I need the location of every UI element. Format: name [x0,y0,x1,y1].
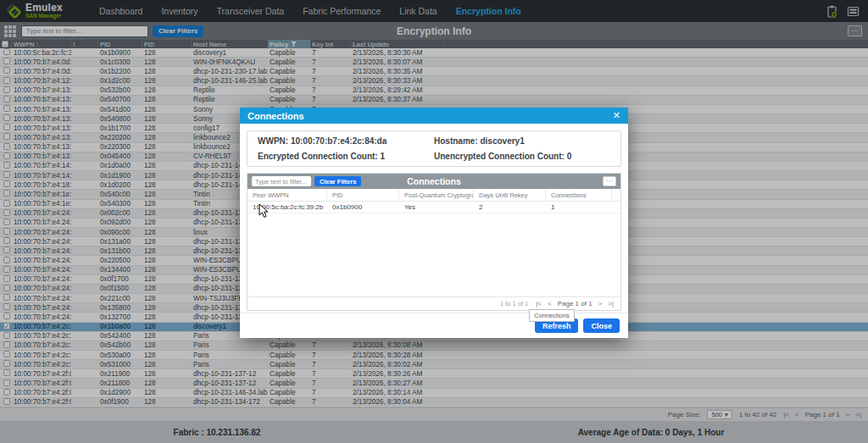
modal-filter-input[interactable]: Type text to filter... [252,176,311,186]
mouse-cursor [259,203,270,219]
connections-modal: Connections ✕ WWPN: 10:00:70:b7:e4:2c:84… [240,108,628,338]
modal-title-bar: Connections ✕ [240,108,628,124]
app-window: Emulex SAN Manager DashboardInventoryTra… [0,0,868,443]
modal-clear-filters-button[interactable]: Clear Filters [314,176,361,186]
modal-table-row[interactable]: 10:00:5c:ba:2c:fc:39:2b0x1b0900Yes21 [248,202,620,213]
modal-first-page-button[interactable]: |< [536,300,542,307]
modal-encrypted-count: Encrypted Connection Count: 1 [258,152,434,161]
modal-column-header-pid[interactable]: PID [327,189,399,202]
close-icon[interactable]: ✕ [613,110,620,121]
modal-grid-empty-area: Connections [248,213,620,296]
modal-row-range: 1 to 1 of 1 [500,300,528,307]
modal-close-button[interactable]: Close [583,318,620,333]
modal-next-page-button[interactable]: > [598,300,603,307]
cell-days-until-rekey: 2 [474,203,546,211]
modal-grid-header: Peer WWPNPIDPost-Quantum Cryptography↑Da… [248,189,620,202]
modal-info-panel: WWPN: 10:00:70:b7:e4:2c:84:da Hostname: … [247,130,621,167]
connections-chip[interactable]: Connections [529,309,575,322]
modal-more-button[interactable]: ··· [603,176,616,186]
modal-page-indicator: Page 1 of 1 [558,300,593,307]
modal-title: Connections [248,111,304,121]
modal-column-header-connections[interactable]: Connections [546,189,612,202]
modal-column-header-post-quantum-cryptography[interactable]: Post-Quantum Cryptography↑ [399,189,474,202]
cell-connections: 1 [546,203,612,211]
modal-last-page-button[interactable]: >| [608,300,614,307]
modal-prev-page-button[interactable]: < [548,300,552,307]
modal-grid-toolbar: Type text to filter... Clear Filters Con… [248,174,620,189]
modal-hostname: Hostname: discovery1 [434,136,610,146]
modal-unencrypted-count: Unencrypted Connection Count: 0 [434,152,610,161]
modal-column-header-days-until-rekey[interactable]: Days Until Rekey [474,189,546,202]
modal-wwpn: WWPN: 10:00:70:b7:e4:2c:84:da [258,136,434,146]
modal-grid-rows: 10:00:5c:ba:2c:fc:39:2b0x1b0900Yes21 [248,202,620,213]
modal-paging-bar: 1 to 1 of 1 |< < Page 1 of 1 > >| [248,296,620,310]
cell-pqc: Yes [399,203,474,211]
cell-pid: 0x1b0900 [327,203,399,211]
modal-grid-panel: Type text to filter... Clear Filters Con… [247,173,621,311]
modal-column-header-peer-wwpn[interactable]: Peer WWPN [248,189,327,202]
